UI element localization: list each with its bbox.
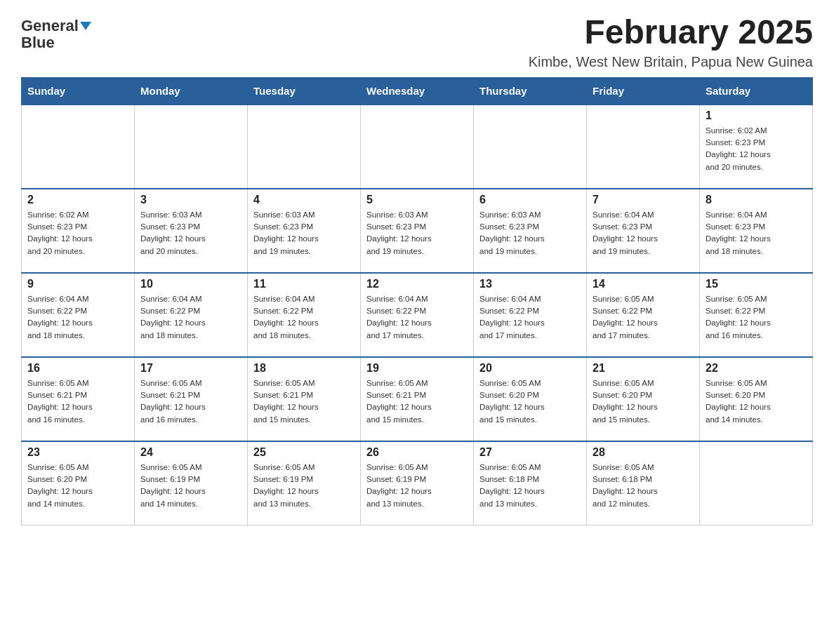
day-info: Sunrise: 6:05 AM Sunset: 6:19 PM Dayligh… xyxy=(140,462,241,510)
day-info: Sunrise: 6:05 AM Sunset: 6:21 PM Dayligh… xyxy=(140,377,241,426)
day-number: 2 xyxy=(27,194,128,206)
calendar-cell: 21Sunrise: 6:05 AM Sunset: 6:20 PM Dayli… xyxy=(587,357,700,441)
calendar-cell xyxy=(700,441,813,525)
day-info: Sunrise: 6:05 AM Sunset: 6:21 PM Dayligh… xyxy=(27,377,128,426)
day-info: Sunrise: 6:05 AM Sunset: 6:21 PM Dayligh… xyxy=(366,377,468,426)
day-info: Sunrise: 6:04 AM Sunset: 6:23 PM Dayligh… xyxy=(593,209,694,257)
calendar-cell: 8Sunrise: 6:04 AM Sunset: 6:23 PM Daylig… xyxy=(700,189,813,273)
weekday-header-friday: Friday xyxy=(587,77,700,105)
calendar-cell: 24Sunrise: 6:05 AM Sunset: 6:19 PM Dayli… xyxy=(135,441,248,525)
day-info: Sunrise: 6:05 AM Sunset: 6:22 PM Dayligh… xyxy=(706,293,807,342)
day-info: Sunrise: 6:04 AM Sunset: 6:22 PM Dayligh… xyxy=(253,293,355,342)
weekday-header-saturday: Saturday xyxy=(700,77,813,105)
calendar-cell: 14Sunrise: 6:05 AM Sunset: 6:22 PM Dayli… xyxy=(587,273,700,357)
day-number: 18 xyxy=(253,362,355,375)
calendar-cell: 9Sunrise: 6:04 AM Sunset: 6:22 PM Daylig… xyxy=(22,273,135,357)
day-number: 22 xyxy=(706,362,807,375)
day-info: Sunrise: 6:03 AM Sunset: 6:23 PM Dayligh… xyxy=(479,209,581,257)
day-number: 8 xyxy=(706,194,807,206)
calendar-cell: 4Sunrise: 6:03 AM Sunset: 6:23 PM Daylig… xyxy=(248,189,361,273)
day-number: 17 xyxy=(140,362,241,375)
day-number: 1 xyxy=(706,109,807,122)
day-number: 23 xyxy=(27,446,128,459)
week-row-2: 2Sunrise: 6:02 AM Sunset: 6:23 PM Daylig… xyxy=(22,189,813,273)
weekday-header-tuesday: Tuesday xyxy=(248,77,361,105)
title-section: February 2025 Kimbe, West New Britain, P… xyxy=(529,14,813,70)
day-info: Sunrise: 6:02 AM Sunset: 6:23 PM Dayligh… xyxy=(27,209,128,257)
day-number: 5 xyxy=(366,194,468,206)
calendar-cell: 12Sunrise: 6:04 AM Sunset: 6:22 PM Dayli… xyxy=(361,273,474,357)
day-number: 19 xyxy=(366,362,468,375)
day-number: 9 xyxy=(27,278,128,290)
day-number: 6 xyxy=(479,194,581,206)
calendar-cell xyxy=(474,105,587,189)
calendar-cell: 2Sunrise: 6:02 AM Sunset: 6:23 PM Daylig… xyxy=(22,189,135,273)
weekday-header-wednesday: Wednesday xyxy=(361,77,474,105)
calendar-cell: 27Sunrise: 6:05 AM Sunset: 6:18 PM Dayli… xyxy=(474,441,587,525)
day-number: 25 xyxy=(253,446,355,459)
week-row-3: 9Sunrise: 6:04 AM Sunset: 6:22 PM Daylig… xyxy=(22,273,813,357)
week-row-5: 23Sunrise: 6:05 AM Sunset: 6:20 PM Dayli… xyxy=(22,441,813,525)
calendar-cell: 23Sunrise: 6:05 AM Sunset: 6:20 PM Dayli… xyxy=(22,441,135,525)
day-number: 26 xyxy=(366,446,468,459)
calendar-cell: 3Sunrise: 6:03 AM Sunset: 6:23 PM Daylig… xyxy=(135,189,248,273)
calendar-cell: 11Sunrise: 6:04 AM Sunset: 6:22 PM Dayli… xyxy=(248,273,361,357)
day-info: Sunrise: 6:05 AM Sunset: 6:21 PM Dayligh… xyxy=(253,377,355,426)
calendar-cell: 28Sunrise: 6:05 AM Sunset: 6:18 PM Dayli… xyxy=(587,441,700,525)
day-number: 3 xyxy=(140,194,241,206)
calendar-cell: 7Sunrise: 6:04 AM Sunset: 6:23 PM Daylig… xyxy=(587,189,700,273)
weekday-header-sunday: Sunday xyxy=(22,77,135,105)
month-title: February 2025 xyxy=(529,14,813,51)
day-info: Sunrise: 6:05 AM Sunset: 6:18 PM Dayligh… xyxy=(479,462,581,510)
day-info: Sunrise: 6:04 AM Sunset: 6:22 PM Dayligh… xyxy=(140,293,241,342)
logo-general: General xyxy=(21,18,79,34)
logo-arrow-icon xyxy=(80,22,91,30)
calendar-cell: 22Sunrise: 6:05 AM Sunset: 6:20 PM Dayli… xyxy=(700,357,813,441)
day-info: Sunrise: 6:05 AM Sunset: 6:18 PM Dayligh… xyxy=(593,462,694,510)
weekday-header-thursday: Thursday xyxy=(474,77,587,105)
day-info: Sunrise: 6:05 AM Sunset: 6:19 PM Dayligh… xyxy=(366,462,468,510)
calendar-cell: 5Sunrise: 6:03 AM Sunset: 6:23 PM Daylig… xyxy=(361,189,474,273)
calendar-table: SundayMondayTuesdayWednesdayThursdayFrid… xyxy=(21,77,813,526)
day-info: Sunrise: 6:04 AM Sunset: 6:22 PM Dayligh… xyxy=(479,293,581,342)
day-number: 11 xyxy=(253,278,355,290)
calendar-cell: 6Sunrise: 6:03 AM Sunset: 6:23 PM Daylig… xyxy=(474,189,587,273)
day-number: 12 xyxy=(366,278,468,290)
calendar-cell: 26Sunrise: 6:05 AM Sunset: 6:19 PM Dayli… xyxy=(361,441,474,525)
calendar-cell: 10Sunrise: 6:04 AM Sunset: 6:22 PM Dayli… xyxy=(135,273,248,357)
week-row-4: 16Sunrise: 6:05 AM Sunset: 6:21 PM Dayli… xyxy=(22,357,813,441)
calendar-cell: 1Sunrise: 6:02 AM Sunset: 6:23 PM Daylig… xyxy=(700,105,813,189)
week-row-1: 1Sunrise: 6:02 AM Sunset: 6:23 PM Daylig… xyxy=(22,105,813,189)
day-info: Sunrise: 6:03 AM Sunset: 6:23 PM Dayligh… xyxy=(253,209,355,257)
logo: General Blue xyxy=(21,14,91,51)
day-info: Sunrise: 6:04 AM Sunset: 6:22 PM Dayligh… xyxy=(366,293,468,342)
day-number: 10 xyxy=(140,278,241,290)
day-info: Sunrise: 6:05 AM Sunset: 6:22 PM Dayligh… xyxy=(593,293,694,342)
day-number: 14 xyxy=(593,278,694,290)
day-info: Sunrise: 6:04 AM Sunset: 6:23 PM Dayligh… xyxy=(706,209,807,257)
day-number: 16 xyxy=(27,362,128,375)
day-number: 28 xyxy=(593,446,694,459)
calendar-cell: 13Sunrise: 6:04 AM Sunset: 6:22 PM Dayli… xyxy=(474,273,587,357)
day-info: Sunrise: 6:05 AM Sunset: 6:20 PM Dayligh… xyxy=(27,462,128,510)
calendar-cell: 16Sunrise: 6:05 AM Sunset: 6:21 PM Dayli… xyxy=(22,357,135,441)
location-title: Kimbe, West New Britain, Papua New Guine… xyxy=(529,54,813,70)
day-number: 27 xyxy=(479,446,581,459)
calendar-cell: 18Sunrise: 6:05 AM Sunset: 6:21 PM Dayli… xyxy=(248,357,361,441)
logo-blue: Blue xyxy=(21,34,55,51)
day-number: 13 xyxy=(479,278,581,290)
calendar-cell: 19Sunrise: 6:05 AM Sunset: 6:21 PM Dayli… xyxy=(361,357,474,441)
calendar-cell xyxy=(135,105,248,189)
day-number: 4 xyxy=(253,194,355,206)
calendar-cell: 17Sunrise: 6:05 AM Sunset: 6:21 PM Dayli… xyxy=(135,357,248,441)
weekday-header-monday: Monday xyxy=(135,77,248,105)
calendar-cell: 15Sunrise: 6:05 AM Sunset: 6:22 PM Dayli… xyxy=(700,273,813,357)
day-info: Sunrise: 6:05 AM Sunset: 6:20 PM Dayligh… xyxy=(479,377,581,426)
day-info: Sunrise: 6:03 AM Sunset: 6:23 PM Dayligh… xyxy=(140,209,241,257)
day-number: 21 xyxy=(593,362,694,375)
calendar-cell xyxy=(22,105,135,189)
day-info: Sunrise: 6:05 AM Sunset: 6:19 PM Dayligh… xyxy=(253,462,355,510)
day-info: Sunrise: 6:05 AM Sunset: 6:20 PM Dayligh… xyxy=(593,377,694,426)
calendar-cell xyxy=(587,105,700,189)
calendar-cell: 20Sunrise: 6:05 AM Sunset: 6:20 PM Dayli… xyxy=(474,357,587,441)
